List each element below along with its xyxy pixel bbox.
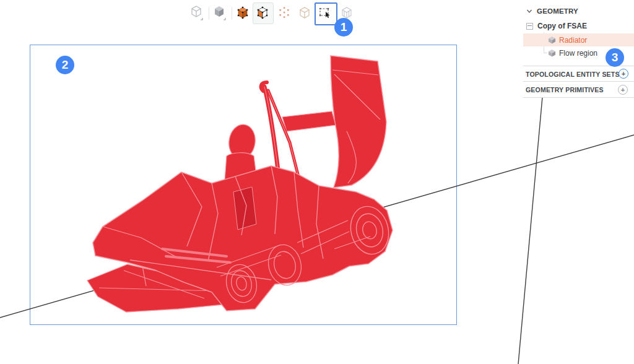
solid-cube-icon — [548, 49, 556, 57]
add-entity-set-button[interactable]: + — [619, 69, 628, 79]
callout-badge-2: 2 — [56, 56, 74, 74]
fsae-car-model[interactable] — [87, 56, 394, 312]
section-topological-entity-sets[interactable]: TOPOLOGICAL ENTITY SETS + — [523, 66, 634, 82]
geometry-primitives-label: GEOMETRY PRIMITIVES — [526, 86, 604, 93]
solid-cube-icon — [548, 36, 556, 44]
geometry-section-label: GEOMETRY — [537, 7, 578, 15]
add-primitive-button[interactable]: + — [618, 85, 628, 95]
rear-wing — [331, 56, 386, 188]
chevron-down-icon — [526, 8, 532, 14]
scene-edge-line — [518, 97, 542, 364]
tree-section-geometry[interactable]: GEOMETRY — [523, 5, 634, 17]
section-geometry-primitives[interactable]: GEOMETRY PRIMITIVES + — [523, 81, 634, 98]
tree-item-radiator[interactable]: Radiator — [523, 33, 634, 46]
collapse-icon[interactable] — [526, 23, 533, 30]
topological-entity-sets-label: TOPOLOGICAL ENTITY SETS — [526, 71, 620, 78]
flow-region-label: Flow region — [559, 49, 597, 58]
callout-badge-3: 3 — [606, 48, 624, 67]
copy-of-fsae-label: Copy of FSAE — [537, 22, 587, 30]
tree-item-copy-of-fsae[interactable]: Copy of FSAE — [523, 20, 634, 32]
cockpit-panel — [233, 187, 256, 230]
radiator-label: Radiator — [559, 36, 587, 45]
callout-badge-1: 1 — [334, 18, 353, 37]
rear-wing-flap — [282, 111, 336, 131]
